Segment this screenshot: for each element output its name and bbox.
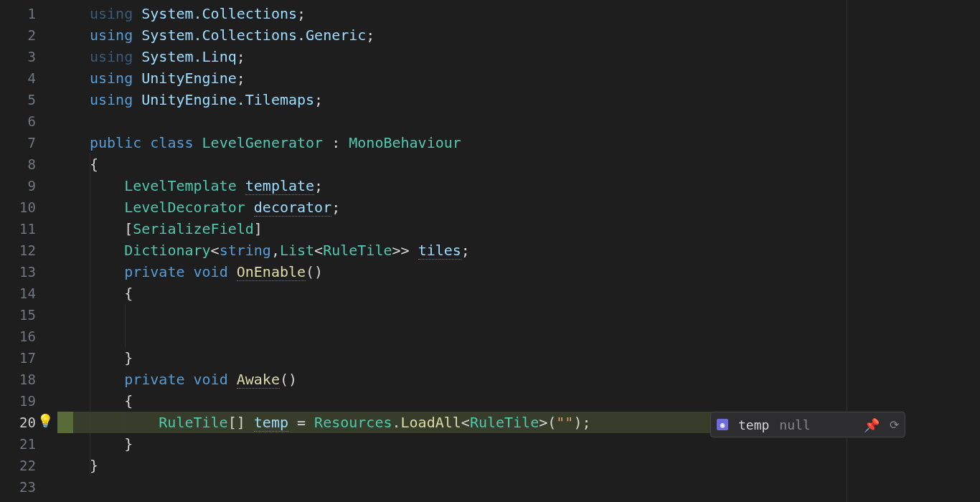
- code-line[interactable]: using System.Collections;: [57, 3, 847, 24]
- line-number: 7: [0, 132, 57, 153]
- code-line[interactable]: using System.Linq;: [57, 46, 847, 67]
- line-number: 8: [0, 153, 57, 175]
- code-line[interactable]: using System.Collections.Generic;: [57, 24, 847, 46]
- line-number: 4: [0, 67, 57, 89]
- lightbulb-icon[interactable]: 💡: [37, 413, 53, 428]
- code-line[interactable]: [57, 476, 847, 498]
- line-number: 21: [0, 433, 57, 455]
- code-line[interactable]: }: [57, 347, 847, 369]
- code-line[interactable]: private void OnEnable(): [57, 261, 847, 283]
- line-number: 5: [0, 89, 57, 110]
- code-line[interactable]: {: [57, 390, 847, 412]
- line-number: 9: [0, 175, 57, 196]
- debug-variable-name: temp: [738, 417, 769, 432]
- line-number: 17: [0, 347, 57, 369]
- line-number: 13: [0, 261, 57, 283]
- code-line[interactable]: LevelTemplate template;: [57, 175, 847, 196]
- code-line[interactable]: using UnityEngine.Tilemaps;: [57, 89, 847, 110]
- code-line[interactable]: [57, 110, 847, 132]
- code-line[interactable]: {: [57, 153, 847, 175]
- code-line[interactable]: Dictionary<string,List<RuleTile>> tiles;: [57, 240, 847, 261]
- line-number: 3: [0, 46, 57, 67]
- debug-variable-value: null: [779, 417, 810, 432]
- line-number: 15: [0, 304, 57, 326]
- line-number: 1: [0, 3, 57, 24]
- code-line[interactable]: [57, 326, 847, 347]
- code-line[interactable]: LevelDecorator decorator;: [57, 196, 847, 218]
- code-line[interactable]: public class LevelGenerator : MonoBehavi…: [57, 132, 847, 153]
- line-number: 16: [0, 326, 57, 347]
- line-number: 10: [0, 196, 57, 218]
- refresh-icon[interactable]: ⟳: [890, 418, 899, 432]
- code-line[interactable]: [SerializeField]: [57, 218, 847, 240]
- code-line[interactable]: using UnityEngine;: [57, 67, 847, 89]
- line-number: 6: [0, 110, 57, 132]
- line-number: 18: [0, 369, 57, 390]
- debug-inline-value[interactable]: ◉ temp null 📌 ⟳: [710, 412, 905, 437]
- line-number: 12: [0, 240, 57, 261]
- line-number: 23: [0, 476, 57, 498]
- code-line[interactable]: {: [57, 283, 847, 304]
- line-number: 19: [0, 390, 57, 412]
- code-line[interactable]: [57, 304, 847, 326]
- variable-icon: ◉: [717, 419, 728, 430]
- line-number: 2: [0, 24, 57, 46]
- line-number-gutter: 1 2 3 4 5 6 7 8 9 10 11 12 13 14 15 16 1…: [0, 0, 57, 502]
- line-number: 14: [0, 283, 57, 304]
- code-line[interactable]: private void Awake(): [57, 369, 847, 390]
- pin-icon[interactable]: 📌: [864, 417, 880, 432]
- code-line[interactable]: }: [57, 455, 847, 476]
- line-number: 22: [0, 455, 57, 476]
- line-number: 11: [0, 218, 57, 240]
